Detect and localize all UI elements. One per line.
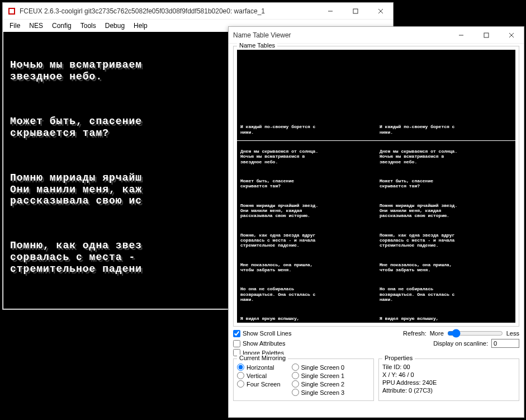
- main-title: FCEUX 2.6.3-coolgirl git3c2735c762c5082f…: [20, 7, 318, 15]
- nametable-right: И каждый по-своему борется с ними. Днем …: [376, 50, 515, 323]
- nametable-left: И каждый по-своему борется с ними. Днем …: [237, 50, 376, 323]
- viewer-title: Name Table Viewer: [233, 31, 448, 39]
- mirroring-vertical[interactable]: Vertical: [237, 372, 281, 379]
- nt-text: Мне показалось, она пришла, чтобы забрат…: [380, 262, 512, 272]
- menu-help[interactable]: Help: [129, 21, 152, 31]
- menu-debug[interactable]: Debug: [101, 21, 129, 31]
- viewer-window-buttons: [448, 27, 524, 44]
- svg-rect-7: [484, 33, 489, 37]
- nt-text: Но она не собиралась возвращаться. Она о…: [240, 286, 373, 302]
- mirroring-single0[interactable]: Single Screen 0: [292, 364, 345, 371]
- mirroring-group: Current Mirroring Horizontal Vertical Fo…: [233, 358, 374, 401]
- menu-nes[interactable]: NES: [25, 21, 48, 31]
- refresh-less-label: Less: [506, 330, 519, 337]
- minimize-button[interactable]: [318, 3, 343, 20]
- nt-text: И каждый по-своему борется с ними.: [380, 124, 512, 134]
- nametables-legend: Name Tables: [237, 42, 277, 49]
- controls-row-1: Show Scroll Lines Refresh: More Less: [233, 329, 519, 338]
- prop-xy: X / Y: 46 / 0: [382, 371, 515, 378]
- nt-text: Может быть, спасение скрывается там?: [240, 178, 373, 188]
- mirroring-single3[interactable]: Single Screen 3: [292, 389, 345, 396]
- nt-text: Я видел яркую вспышку, почувствовал, как…: [240, 316, 373, 323]
- nt-text: И каждый по-своему борется с ними.: [240, 124, 373, 134]
- menu-tools[interactable]: Tools: [76, 21, 101, 31]
- viewer-titlebar: Name Table Viewer: [229, 27, 524, 44]
- show-scroll-lines-input[interactable]: [233, 330, 240, 337]
- bottom-panels: Current Mirroring Horizontal Vertical Fo…: [233, 358, 519, 403]
- controls-row-2: Show Attributes Display on scanline:: [233, 339, 519, 348]
- nt-text: Днем мы скрываемся от солнца. Ночью мы в…: [380, 149, 512, 164]
- properties-group: Properties Tile ID: 00 X / Y: 46 / 0 PPU…: [378, 358, 519, 401]
- mirroring-horizontal[interactable]: Horizontal: [237, 364, 281, 371]
- nt-text: Мне показалось, она пришла, чтобы забрат…: [240, 262, 373, 272]
- nt-text: Я видел яркую вспышку, почувствовал, как…: [380, 316, 512, 323]
- mirroring-single1[interactable]: Single Screen 1: [292, 372, 345, 379]
- maximize-button[interactable]: [343, 3, 368, 20]
- nt-text: Но она не собиралась возвращаться. Она о…: [380, 286, 512, 302]
- svg-rect-3: [353, 9, 358, 13]
- refresh-more-label: More: [430, 330, 444, 337]
- show-attributes-label: Show Attributes: [243, 340, 285, 347]
- scanline-label: Display on scanline:: [433, 340, 488, 347]
- mirroring-fourscreen[interactable]: Four Screen: [237, 380, 281, 388]
- mirroring-legend: Current Mirroring: [237, 355, 288, 361]
- nametables-group: Name Tables И каждый по-своему борется с…: [233, 46, 519, 327]
- show-attributes-input[interactable]: [233, 340, 240, 347]
- refresh-label: Refresh:: [403, 330, 427, 337]
- minimize-button[interactable]: [448, 27, 473, 44]
- mirroring-single2[interactable]: Single Screen 2: [292, 380, 345, 388]
- menu-file[interactable]: File: [5, 21, 25, 31]
- nt-text: Днем мы скрываемся от солнца. Ночью мы в…: [240, 149, 373, 164]
- svg-rect-1: [10, 9, 14, 13]
- prop-attribute: Attribute: 0 (27C3): [382, 387, 515, 394]
- show-attributes-checkbox[interactable]: Show Attributes: [233, 340, 285, 347]
- prop-tile-id: Tile ID: 00: [382, 364, 515, 370]
- nt-text: Может быть, спасение скрывается там?: [380, 178, 512, 188]
- nametable-display[interactable]: И каждый по-своему борется с ними. Днем …: [237, 50, 515, 323]
- menu-config[interactable]: Config: [48, 21, 76, 31]
- refresh-slider[interactable]: [447, 329, 503, 338]
- main-titlebar: FCEUX 2.6.3-coolgirl git3c2735c762c5082f…: [3, 3, 393, 20]
- close-button[interactable]: [499, 27, 524, 44]
- nt-text: Помню мириады ярчайший звезд. Они манили…: [380, 203, 512, 219]
- viewer-body: Name Tables И каждый по-своему борется с…: [229, 44, 524, 405]
- scanline-input[interactable]: [491, 339, 519, 348]
- close-button[interactable]: [368, 3, 393, 20]
- nt-text: Помню мириады ярчайший звезд. Они манили…: [240, 203, 373, 219]
- maximize-button[interactable]: [473, 27, 499, 44]
- show-scroll-lines-checkbox[interactable]: Show Scroll Lines: [233, 330, 291, 337]
- prop-ppu: PPU Address: 240E: [382, 379, 515, 386]
- viewer-window: Name Table Viewer Name Tables И каждый п…: [228, 26, 524, 418]
- app-icon: [7, 7, 16, 16]
- nt-text: Помню, как одна звезда вдруг сорвалась с…: [380, 233, 512, 248]
- properties-legend: Properties: [382, 355, 415, 361]
- main-window-buttons: [318, 3, 393, 20]
- scroll-line-horizontal: [237, 140, 515, 141]
- show-scroll-lines-label: Show Scroll Lines: [243, 330, 291, 337]
- nt-text: Помню, как одна звезда вдруг сорвалась с…: [240, 233, 373, 248]
